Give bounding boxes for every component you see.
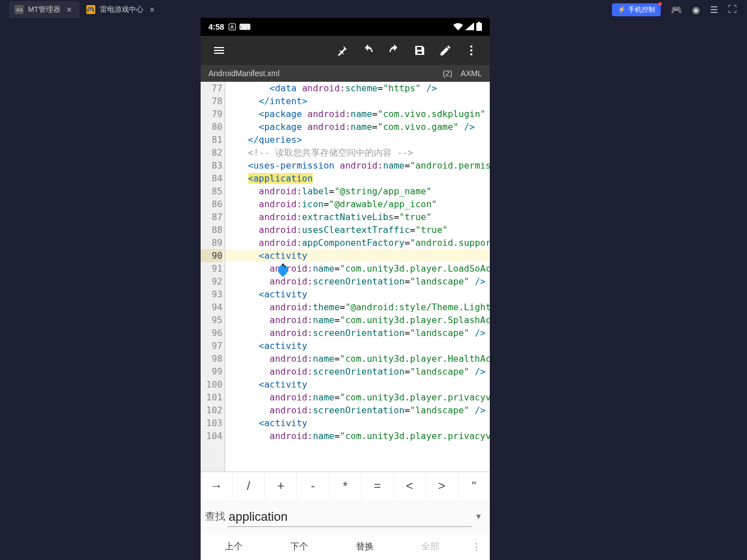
dropdown-icon[interactable]: ▼ — [472, 512, 485, 521]
match-count: (2) — [443, 69, 452, 78]
sym-key[interactable]: - — [297, 472, 329, 500]
svg-rect-0 — [478, 22, 480, 23]
find-bar: 查找 ▼ — [201, 500, 490, 533]
file-name: AndroidManifest.xml — [208, 69, 280, 78]
close-icon[interactable]: ✕ — [65, 5, 74, 14]
code-area[interactable]: <data android:scheme="https" /> </intent… — [225, 82, 490, 472]
find-input[interactable] — [228, 506, 472, 527]
find-prev-button[interactable]: 上个 — [201, 533, 266, 560]
svg-rect-1 — [476, 23, 482, 31]
status-badge: A — [229, 24, 236, 30]
svg-point-2 — [470, 45, 472, 48]
edit-button[interactable] — [433, 38, 458, 63]
close-icon[interactable]: ✕ — [148, 5, 157, 14]
code-editor[interactable]: 7778798081828384858687888990919293949596… — [201, 82, 490, 472]
doc-icon: ▭ — [15, 5, 24, 14]
window-tabs: ▭ MT管理器 ✕ 🎮 雷电游戏中心 ✕ ⚡ 手机控制 🎮 ◉ ☰ ⛶ — [0, 0, 747, 19]
file-info-row: AndroidManifest.xml (2) AXML — [201, 65, 490, 82]
sym-key[interactable]: + — [265, 472, 297, 500]
sym-key[interactable]: → — [201, 472, 233, 500]
sym-key[interactable]: < — [394, 472, 426, 500]
app-toolbar — [201, 36, 490, 65]
menu-button[interactable] — [206, 38, 232, 63]
mouse-pointer-icon: ↖ — [281, 258, 287, 271]
tab-label: MT管理器 — [28, 4, 61, 15]
gamepad-icon[interactable]: 🎮 — [671, 4, 682, 15]
tab-label: 雷电游戏中心 — [100, 4, 143, 15]
find-all-button[interactable]: 全部 — [397, 533, 463, 560]
phone-screen: 4:58 A ⌨ — [201, 18, 490, 560]
sym-key[interactable]: " — [458, 472, 490, 500]
find-more-button[interactable]: ⋮ — [463, 533, 490, 560]
svg-point-3 — [470, 49, 472, 52]
phone-control-label: 手机控制 — [628, 5, 655, 15]
tab-game-center[interactable]: 🎮 雷电游戏中心 ✕ — [81, 1, 163, 18]
sym-key[interactable]: = — [361, 472, 393, 500]
tab-mt-manager[interactable]: ▭ MT管理器 ✕ — [9, 1, 80, 18]
file-mode: AXML — [461, 69, 482, 78]
sym-key[interactable]: * — [330, 472, 361, 500]
save-button[interactable] — [407, 38, 433, 63]
signal-icon — [465, 22, 474, 32]
sym-key[interactable]: / — [233, 472, 265, 500]
bolt-icon: ⚡ — [618, 6, 626, 13]
menu-icon[interactable]: ☰ — [710, 4, 718, 15]
phone-control-button[interactable]: ⚡ 手机控制 — [612, 3, 661, 16]
find-replace-button[interactable]: 替换 — [332, 533, 397, 560]
pin-button[interactable] — [330, 38, 355, 63]
svg-point-4 — [470, 53, 472, 55]
find-actions: 上个 下个 替换 全部 ⋮ — [201, 533, 490, 560]
gamepad-icon: 🎮 — [86, 5, 95, 14]
keyboard-icon: ⌨ — [239, 22, 250, 31]
find-next-button[interactable]: 下个 — [266, 533, 332, 560]
line-gutter: 7778798081828384858687888990919293949596… — [201, 82, 225, 472]
more-button[interactable] — [458, 38, 484, 63]
fullscreen-icon[interactable]: ⛶ — [728, 4, 737, 15]
battery-icon — [476, 22, 482, 32]
find-label: 查找 — [205, 510, 225, 523]
status-bar: 4:58 A ⌨ — [201, 18, 490, 36]
symbol-keyrow: →/+-*=<>" — [201, 472, 490, 500]
undo-button[interactable] — [355, 38, 381, 63]
redo-button[interactable] — [381, 38, 407, 63]
clock: 4:58 — [208, 22, 224, 31]
user-icon[interactable]: ◉ — [692, 4, 700, 15]
sym-key[interactable]: > — [426, 472, 458, 500]
wifi-icon — [453, 22, 463, 32]
